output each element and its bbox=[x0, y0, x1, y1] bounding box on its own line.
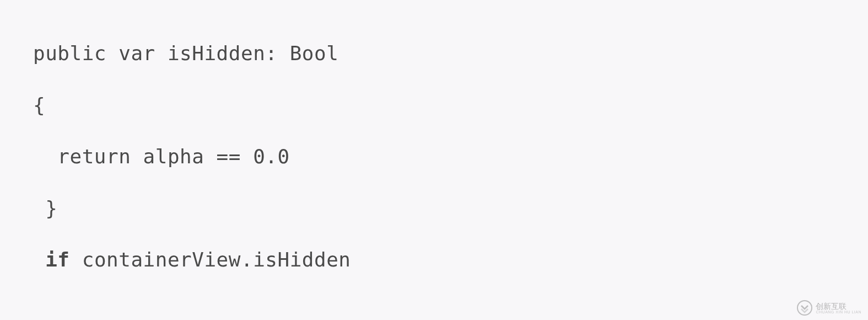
code-line-5-rest: containerView.isHidden bbox=[70, 248, 351, 271]
code-line-4: } bbox=[33, 183, 835, 234]
watermark: 创新互联 CHUANG XIN HU LIAN bbox=[797, 300, 861, 316]
code-block: public var isHidden: Bool { return alpha… bbox=[0, 0, 868, 313]
watermark-sub-text: CHUANG XIN HU LIAN bbox=[816, 310, 861, 314]
watermark-text: 创新互联 CHUANG XIN HU LIAN bbox=[816, 302, 861, 314]
code-line-1: public var isHidden: Bool bbox=[33, 28, 835, 79]
watermark-logo-icon bbox=[797, 300, 812, 316]
keyword-if: if bbox=[33, 248, 70, 271]
code-line-5: if containerView.isHidden bbox=[33, 234, 835, 286]
code-line-3: return alpha == 0.0 bbox=[33, 131, 835, 183]
watermark-main-text: 创新互联 bbox=[816, 302, 861, 310]
code-line-2: { bbox=[33, 79, 835, 131]
